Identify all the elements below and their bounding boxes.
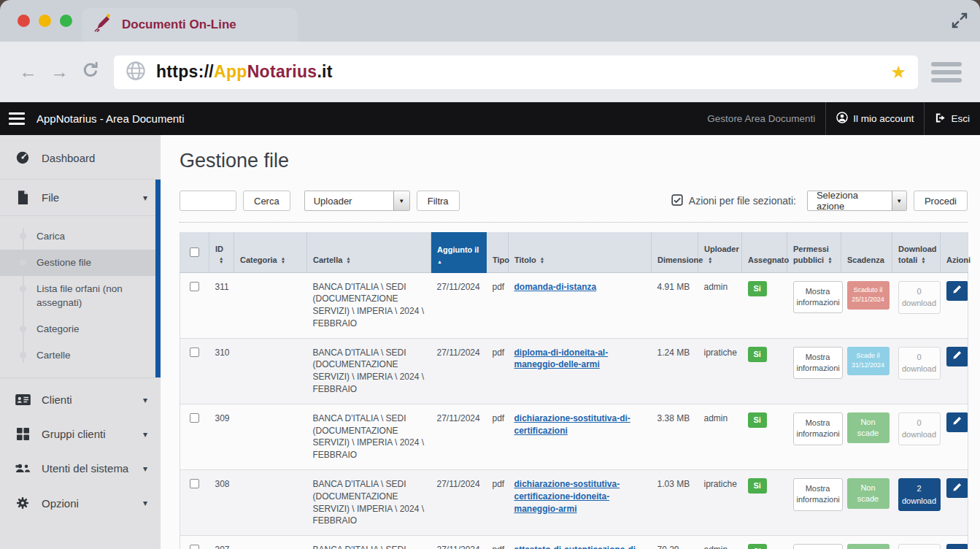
row-checkbox[interactable]	[190, 348, 199, 357]
users-icon	[15, 463, 31, 474]
edit-button[interactable]	[946, 281, 968, 301]
table-row: 308 BANCA D'ITALIA \ SEDI (DOCUMENTAZION…	[180, 470, 968, 536]
file-title-link[interactable]: dichiarazione-sostitutiva-certificazione…	[514, 479, 620, 514]
file-title-link[interactable]: domanda-di-istanza	[514, 282, 597, 292]
column-header[interactable]: Scadenza	[841, 232, 892, 272]
sidebar-item-label: Gruppi clienti	[42, 428, 106, 440]
file-type: pdf	[487, 272, 509, 338]
column-header[interactable]: Permessi pubblici▲▼	[787, 232, 841, 272]
account-menu-item[interactable]: Il mio account	[826, 102, 924, 135]
sort-icon[interactable]: ▲▼	[281, 256, 285, 264]
edit-button[interactable]	[946, 544, 968, 549]
sidebar-subitem-categorie[interactable]: Categorie	[0, 316, 161, 342]
show-permissions-button[interactable]: Mostra informazioni	[793, 347, 843, 380]
sidebar-item-file[interactable]: File ▾	[0, 180, 161, 216]
sort-icon[interactable]: ▲▼	[708, 256, 712, 264]
download-count-button[interactable]: 0download	[898, 544, 941, 549]
tab-title: Documenti On-Line	[122, 18, 236, 32]
edit-button[interactable]	[946, 347, 968, 366]
download-count-button[interactable]: 0download	[898, 412, 941, 445]
sidebar-item-label: Opzioni	[42, 497, 79, 510]
column-header[interactable]: ID▲▼	[209, 232, 234, 272]
sidebar-subitem-carica[interactable]: Carica	[0, 223, 161, 250]
row-checkbox[interactable]	[190, 479, 199, 488]
browser-menu-icon[interactable]	[931, 62, 962, 82]
url-text: https://AppNotarius.it	[156, 62, 333, 82]
window-controls[interactable]	[18, 15, 72, 27]
file-date: 27/11/2024	[431, 272, 487, 338]
forward-button[interactable]: →	[50, 61, 69, 82]
sidebar-toggle-icon[interactable]	[9, 112, 25, 125]
browser-tab[interactable]: Documenti On-Line	[82, 8, 298, 42]
zoom-window-button[interactable]	[60, 15, 72, 27]
sort-icon[interactable]: ▲▼	[921, 256, 925, 264]
reload-button[interactable]	[82, 61, 99, 83]
sidebar-item-opzioni[interactable]: Opzioni ▾	[0, 485, 161, 521]
row-checkbox[interactable]	[190, 282, 199, 291]
search-button[interactable]: Cerca	[243, 191, 290, 211]
sort-icon[interactable]: ▲▼	[219, 256, 223, 264]
sidebar-subitem-lista-file-orfani[interactable]: Lista file orfani (non assegnati)	[0, 276, 161, 315]
sidebar-item-label: Clienti	[42, 393, 72, 406]
column-header[interactable]: Dimensione	[652, 232, 698, 272]
back-button[interactable]: ←	[19, 61, 37, 82]
bookmark-star-icon[interactable]: ★	[890, 64, 906, 81]
download-count-button[interactable]: 0download	[898, 281, 941, 314]
sort-icon[interactable]: ▲▼	[346, 256, 350, 264]
assigned-badge: Si	[748, 412, 767, 428]
file-size: 70.29 KB	[652, 536, 698, 549]
close-window-button[interactable]	[18, 15, 30, 27]
show-permissions-button[interactable]: Mostra informazioni	[793, 281, 843, 314]
sidebar-item-utenti-del-sistema[interactable]: Utenti del sistema ▾	[0, 451, 161, 485]
column-header[interactable]: Azioni	[941, 232, 968, 272]
file-title-link[interactable]: dichiarazione-sostitutiva-di-certificazi…	[514, 413, 630, 436]
sort-icon[interactable]: ▲▼	[540, 256, 544, 264]
file-size: 3.38 MB	[652, 404, 698, 469]
show-permissions-button[interactable]: Mostra informazioni	[793, 544, 843, 549]
url-bar[interactable]: https://AppNotarius.it ★	[114, 55, 918, 89]
download-count-button[interactable]: 2download	[898, 478, 941, 511]
column-header[interactable]: Uploader▲▼	[698, 232, 742, 272]
sidebar-subitem-cartelle[interactable]: Cartelle	[0, 342, 161, 369]
grid-icon	[15, 428, 31, 440]
search-input[interactable]	[180, 191, 236, 211]
logout-menu-item[interactable]: Esci	[925, 102, 980, 135]
column-header[interactable]: Assegnato	[742, 232, 787, 272]
sidebar-item-gruppi-clienti[interactable]: Gruppi clienti ▾	[0, 417, 161, 451]
user-icon	[836, 112, 848, 126]
column-header[interactable]: Cartella▲▼	[307, 232, 431, 272]
minimize-window-button[interactable]	[39, 15, 51, 27]
column-header[interactable]: Titolo▲▼	[509, 232, 652, 272]
column-header[interactable]: Categoria▲▼	[234, 232, 307, 272]
show-permissions-button[interactable]: Mostra informazioni	[793, 412, 843, 445]
sidebar-item-label: Dashboard	[42, 152, 95, 164]
column-header[interactable]	[180, 232, 209, 272]
file-table: ID▲▼Categoria▲▼Cartella▲▼Aggiunto il▲Tip…	[180, 232, 968, 549]
select-all-checkbox[interactable]	[190, 247, 199, 257]
file-title-link[interactable]: attestato-di-autenticazione-di-fotografi…	[514, 545, 639, 549]
pencil-icon	[952, 416, 962, 428]
edit-button[interactable]	[946, 412, 968, 432]
logout-icon	[935, 112, 946, 126]
edit-button[interactable]	[946, 478, 968, 498]
file-title-link[interactable]: diploma-di-idoneita-al-maneggio-delle-ar…	[514, 348, 609, 370]
uploader-select[interactable]: Uploader ▼	[304, 191, 410, 211]
sidebar-subitem-gestione-file[interactable]: Gestione file	[0, 250, 161, 276]
column-header[interactable]: Download totali▲▼	[892, 232, 941, 272]
proceed-button[interactable]: Procedi	[914, 191, 968, 211]
download-count-button[interactable]: 0download	[898, 347, 941, 380]
row-checkbox[interactable]	[190, 413, 199, 423]
filter-button[interactable]: Filtra	[417, 191, 460, 211]
sidebar-item-clienti[interactable]: Clienti ▾	[0, 383, 161, 417]
column-header[interactable]: Tipo	[487, 232, 509, 272]
sidebar-item-label: File	[42, 191, 59, 204]
bulk-action-select[interactable]: Seleziona azione ▼	[807, 191, 907, 211]
row-checkbox[interactable]	[190, 545, 199, 549]
expiry-line1: Non	[849, 483, 888, 494]
column-header[interactable]: Aggiunto il▲	[431, 232, 487, 272]
file-submenu: Carica Gestione file Lista file orfani (…	[0, 216, 161, 377]
sort-icon[interactable]: ▲▼	[827, 256, 832, 264]
fullscreen-icon[interactable]	[951, 12, 968, 32]
show-permissions-button[interactable]: Mostra informazioni	[793, 478, 843, 511]
sidebar-item-dashboard[interactable]: Dashboard	[0, 139, 161, 176]
